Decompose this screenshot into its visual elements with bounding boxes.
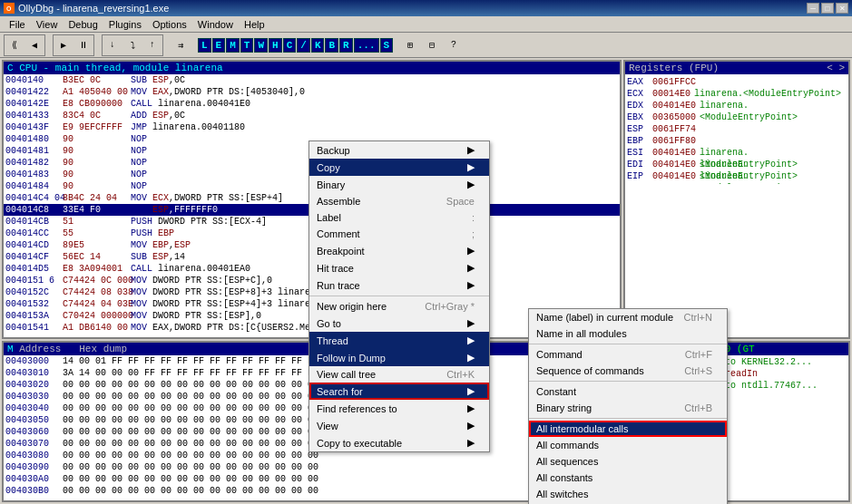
cm-find-refs[interactable]: Find references to ▶ <box>309 400 489 417</box>
cm-comment[interactable]: Comment ; <box>309 226 489 242</box>
menu-debug[interactable]: Debug <box>63 18 103 31</box>
menu-window[interactable]: Window <box>192 18 239 31</box>
toolbar-step-into[interactable]: ↓ <box>103 35 122 55</box>
cm-view-arrow: ▶ <box>467 420 475 431</box>
cm-breakpoint[interactable]: Breakpoint ▶ <box>309 242 489 259</box>
sm-all-intermodular[interactable]: All intermodular calls <box>529 421 727 437</box>
toolbar-run[interactable]: ▶ <box>54 35 73 55</box>
toolbar-trace[interactable]: ⇉ <box>171 35 191 55</box>
toolbar-M[interactable]: M <box>226 38 240 53</box>
toolbar-restart[interactable]: ⟪ <box>5 35 24 55</box>
toolbar-grid2[interactable]: ⊟ <box>422 35 442 55</box>
cm-binary[interactable]: Binary ▶ <box>309 176 489 193</box>
cm-copy-executable[interactable]: Copy to executable ▶ <box>309 434 489 451</box>
cm-copy-executable-arrow: ▶ <box>467 437 475 449</box>
toolbar-T[interactable]: T <box>240 38 254 53</box>
cm-new-origin[interactable]: New origin here Ctrl+Gray * <box>309 298 489 315</box>
sm-all-intermodular-label: All intermodular calls <box>536 423 628 434</box>
cm-backup-label: Backup <box>317 145 350 156</box>
sm-all-sequences[interactable]: All sequences <box>529 453 727 470</box>
cm-thread[interactable]: Thread ▶ <box>309 332 489 349</box>
cm-search-for[interactable]: Search for ▶ <box>309 383 489 400</box>
toolbar-pause[interactable]: ⏸ <box>73 35 93 55</box>
toolbar-step-over[interactable]: ⤵ <box>122 35 142 55</box>
svg-text:O: O <box>6 5 12 12</box>
maximize-button[interactable]: □ <box>821 3 834 14</box>
cm-sep-1 <box>309 296 489 296</box>
cm-copy[interactable]: Copy ▶ <box>309 159 489 176</box>
cm-comment-shortcut: ; <box>472 228 475 239</box>
sm-name-current-sc: Ctrl+N <box>684 312 712 323</box>
sm-name-current-label: Name (label) in current module <box>536 312 673 323</box>
toolbar-H[interactable]: H <box>269 38 282 53</box>
reg-edi: EDI004014E0 linarena.<ModuleEntryPoint> <box>627 159 847 170</box>
sm-name-current[interactable]: Name (label) in current module Ctrl+N <box>529 309 727 325</box>
cm-backup[interactable]: Backup ▶ <box>309 141 489 159</box>
cm-run-trace[interactable]: Run trace ▶ <box>309 276 489 294</box>
sm-command[interactable]: Command Ctrl+F <box>529 346 727 363</box>
toolbar: ⟪ ◀ ▶ ⏸ ↓ ⤵ ↑ ⇉ L E M T W H C / K B R ..… <box>0 33 852 58</box>
toolbar-W[interactable]: W <box>254 38 268 53</box>
window-controls: ─ □ ✕ <box>807 3 848 14</box>
title-text: OllyDbg - linarena_reversing1.exe <box>18 3 169 14</box>
sm-name-all-label: Name in all modules <box>536 328 627 339</box>
sm-name-all[interactable]: Name in all modules <box>529 325 727 342</box>
cm-view[interactable]: View ▶ <box>309 417 489 434</box>
toolbar-grid[interactable]: ⊞ <box>400 35 420 55</box>
toolbar-S[interactable]: S <box>380 38 394 53</box>
menu-file[interactable]: File <box>4 18 31 31</box>
cpu-title: CPU - main thread, module linarena <box>19 63 222 73</box>
toolbar-R[interactable]: R <box>339 38 353 53</box>
toolbar-B[interactable]: B <box>325 38 338 53</box>
reg-esi: ESI004014E0 linarena.<ModuleEntryPoint> <box>627 147 847 159</box>
cm-search-for-label: Search for <box>317 386 363 397</box>
toolbar-slash[interactable]: / <box>297 38 310 53</box>
registers-nav: < > <box>827 63 845 73</box>
sm-constant-label: Constant <box>536 386 576 397</box>
sm-all-commands-label: All commands <box>536 440 599 451</box>
toolbar-help[interactable]: ? <box>444 35 464 55</box>
menu-help[interactable]: Help <box>239 18 270 31</box>
cm-label[interactable]: Label : <box>309 209 489 226</box>
cm-new-origin-label: New origin here <box>317 301 387 312</box>
sm-all-switches[interactable]: All switches <box>529 486 727 502</box>
toolbar-back[interactable]: ◀ <box>24 35 44 55</box>
cm-follow-dump-label: Follow in Dump <box>317 353 386 363</box>
cm-new-origin-shortcut: Ctrl+Gray * <box>425 301 475 312</box>
cm-goto[interactable]: Go to ▶ <box>309 315 489 332</box>
toolbar-C[interactable]: C <box>283 38 297 53</box>
cm-follow-dump-arrow: ▶ <box>467 352 475 363</box>
toolbar-ellipsis[interactable]: ... <box>354 38 379 53</box>
sm-sequence[interactable]: Sequence of commands Ctrl+S <box>529 363 727 379</box>
sm-constant[interactable]: Constant <box>529 383 727 400</box>
cm-goto-label: Go to <box>317 318 341 329</box>
menu-plugins[interactable]: Plugins <box>103 18 147 31</box>
sm-binary-string[interactable]: Binary string Ctrl+B <box>529 400 727 416</box>
sm-all-commands[interactable]: All commands <box>529 437 727 453</box>
cm-view-call-tree[interactable]: View call tree Ctrl+K <box>309 366 489 383</box>
toolbar-group-3: ↓ ⤵ ↑ <box>102 34 163 56</box>
cm-label-label: Label <box>317 212 341 223</box>
cm-assemble-label: Assemble <box>317 196 360 207</box>
cm-goto-arrow: ▶ <box>467 317 475 329</box>
cm-hit-trace-label: Hit trace <box>317 263 354 274</box>
cm-breakpoint-label: Breakpoint <box>317 246 365 257</box>
sm-all-constants[interactable]: All constants <box>529 470 727 486</box>
menu-view[interactable]: View <box>31 18 64 31</box>
code-line: 0040142EE8 CB090000 CALL linarena.004041… <box>4 98 620 110</box>
menu-options[interactable]: Options <box>147 18 192 31</box>
toolbar-K[interactable]: K <box>311 38 325 53</box>
toolbar-step-out[interactable]: ↑ <box>142 35 162 55</box>
registers-header: Registers (FPU) < > <box>625 62 848 74</box>
cm-binary-label: Binary <box>317 179 345 190</box>
sm-sep-2 <box>529 381 727 382</box>
close-button[interactable]: ✕ <box>836 3 848 14</box>
cm-breakpoint-arrow: ▶ <box>467 245 475 257</box>
cm-hit-trace[interactable]: Hit trace ▶ <box>309 259 489 276</box>
reg-ebp: EBP0061FF80 <box>627 135 847 147</box>
toolbar-E[interactable]: E <box>212 38 226 53</box>
toolbar-L[interactable]: L <box>198 38 211 53</box>
cm-assemble[interactable]: Assemble Space <box>309 193 489 209</box>
cm-follow-dump[interactable]: Follow in Dump ▶ <box>309 349 489 366</box>
minimize-button[interactable]: ─ <box>807 3 819 14</box>
